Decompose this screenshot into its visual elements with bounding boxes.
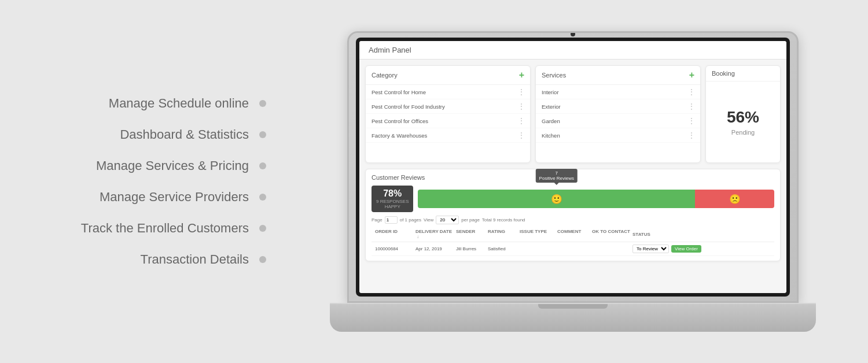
col-header-delivery: DELIVERY DATE ↓	[415, 229, 456, 239]
booking-card-header: Booking	[706, 66, 780, 82]
service-item-menu-icon[interactable]: ⋮	[688, 131, 694, 139]
feature-item-track-customers: Track the Enrolled Customers	[23, 221, 266, 236]
service-item-menu-icon[interactable]: ⋮	[688, 88, 694, 96]
category-item-menu-icon[interactable]: ⋮	[518, 102, 524, 110]
reviews-stats-box: 78% 9 RESPONSES HAPPY	[372, 186, 413, 212]
category-card: Category + Pest Control for Home ⋮ Pest …	[365, 65, 531, 163]
table-row: 100000684 Apr 12, 2019 Jill Burres Satis…	[372, 242, 774, 256]
service-item: Exterior ⋮	[536, 99, 700, 114]
laptop-base	[330, 303, 816, 332]
category-add-button[interactable]: +	[519, 70, 524, 80]
tooltip-label: Positive Reviews	[539, 176, 574, 181]
col-header-issue: ISSUE TYPE	[520, 229, 557, 239]
feature-label: Transaction Details	[141, 252, 249, 267]
category-item-menu-icon[interactable]: ⋮	[518, 88, 524, 96]
cell-sender: Jill Burres	[456, 246, 488, 251]
col-header-order-id: ORDER ID	[375, 229, 415, 239]
category-item-label: Pest Control for Home	[372, 89, 426, 95]
laptop-wrapper: Admin Panel Category +	[278, 25, 868, 338]
feature-label: Track the Enrolled Customers	[81, 221, 249, 236]
booking-percent: 56%	[727, 108, 759, 127]
services-title: Services	[542, 72, 566, 79]
admin-header: Admin Panel	[359, 41, 786, 60]
feature-dot	[259, 225, 266, 232]
reviews-responses: 9 RESPONSES	[376, 199, 409, 204]
category-item-menu-icon[interactable]: ⋮	[518, 117, 524, 125]
laptop-camera	[571, 32, 575, 36]
cell-delivery-date: Apr 12, 2019	[415, 246, 456, 251]
view-order-button[interactable]: View Order	[671, 245, 701, 253]
sort-icon[interactable]: ↓	[417, 234, 419, 239]
feature-dot	[259, 162, 266, 169]
reviews-bar: 🙂 7 Positive Reviews 🙁	[418, 190, 774, 208]
admin-panel: Admin Panel Category +	[359, 41, 786, 293]
service-item-label: Garden	[542, 118, 560, 124]
col-header-sender: SENDER	[456, 229, 488, 239]
category-title: Category	[372, 72, 398, 79]
cell-status: To Review View Order	[632, 245, 771, 253]
unhappy-face-icon: 🙁	[729, 194, 741, 205]
reviews-happy-label: HAPPY	[376, 204, 409, 209]
status-dropdown[interactable]: To Review	[632, 245, 669, 253]
service-item: Interior ⋮	[536, 85, 700, 99]
per-page-select[interactable]: 20 50 100	[436, 216, 459, 224]
feature-dot	[259, 256, 266, 263]
laptop-body: Admin Panel Category +	[347, 31, 799, 303]
laptop-screen: Admin Panel Category +	[359, 41, 786, 293]
booking-card: Booking 56% Pending	[705, 65, 781, 163]
booking-status-label: Pending	[731, 129, 755, 136]
feature-label: Manage Service Providers	[100, 190, 249, 205]
service-item: Kitchen ⋮	[536, 128, 700, 143]
feature-dot	[259, 100, 266, 107]
positive-reviews-tooltip: 7 Positive Reviews	[536, 169, 578, 183]
table-header: ORDER ID DELIVERY DATE ↓ SENDER RATING I…	[372, 227, 774, 242]
col-header-rating: RATING	[488, 229, 520, 239]
bar-red: 🙁	[695, 190, 774, 208]
feature-item-manage-schedule: Manage Schedule online	[23, 96, 266, 111]
feature-label: Manage Schedule online	[109, 96, 249, 111]
reviews-percent: 78%	[376, 188, 409, 199]
per-page-label: per page	[461, 217, 480, 223]
col-header-status: STATUS	[632, 229, 771, 239]
cell-order-id: 100000684	[375, 246, 415, 251]
feature-list: Manage Schedule online Dashboard & Stati…	[0, 73, 278, 290]
admin-content: Category + Pest Control for Home ⋮ Pest …	[359, 60, 786, 267]
bar-green: 🙂 7 Positive Reviews	[418, 190, 695, 208]
reviews-bar-row: 78% 9 RESPONSES HAPPY 🙂	[372, 186, 774, 212]
pagination-row: Page of 1 pages View 20 50 100	[372, 216, 774, 224]
feature-dot	[259, 131, 266, 138]
category-item: Factory & Warehouses ⋮	[366, 128, 530, 143]
laptop-screen-bezel: Admin Panel Category +	[356, 38, 790, 297]
category-item: Pest Control for Food Industry ⋮	[366, 99, 530, 114]
category-item-label: Pest Control for Food Industry	[372, 103, 445, 110]
feature-label: Manage Services & Pricing	[96, 158, 249, 173]
service-item-label: Interior	[542, 89, 559, 95]
booking-card-content: 56% Pending	[706, 82, 780, 162]
category-item-label: Factory & Warehouses	[372, 132, 427, 139]
booking-title: Booking	[712, 70, 735, 77]
services-card-header: Services +	[536, 66, 700, 85]
cell-rating: Satisfied	[488, 246, 520, 251]
feature-label: Dashboard & Statistics	[120, 127, 249, 142]
feature-item-manage-services: Manage Services & Pricing	[23, 158, 266, 173]
view-label: View	[424, 217, 433, 223]
services-card: Services + Interior ⋮ Exterior	[535, 65, 701, 163]
reviews-section: Customer Reviews 78% 9 RESPONSES HAPPY	[365, 169, 781, 261]
category-card-header: Category +	[366, 66, 530, 85]
service-item-label: Kitchen	[542, 132, 560, 139]
service-item-menu-icon[interactable]: ⋮	[688, 117, 694, 125]
services-add-button[interactable]: +	[689, 70, 694, 80]
page-label: Page	[372, 217, 382, 223]
category-item: Pest Control for Home ⋮	[366, 85, 530, 99]
service-item-menu-icon[interactable]: ⋮	[688, 102, 694, 110]
col-header-contact: OK TO CONTACT	[592, 229, 632, 239]
category-item: Pest Control for Offices ⋮	[366, 114, 530, 128]
feature-item-manage-providers: Manage Service Providers	[23, 190, 266, 205]
of-pages-label: of 1 pages	[400, 217, 421, 223]
category-item-label: Pest Control for Offices	[372, 118, 428, 124]
laptop: Admin Panel Category +	[347, 31, 799, 332]
page-number-input[interactable]	[385, 216, 398, 224]
service-item-label: Exterior	[542, 103, 561, 110]
reviews-table: ORDER ID DELIVERY DATE ↓ SENDER RATING I…	[372, 227, 774, 256]
category-item-menu-icon[interactable]: ⋮	[518, 131, 524, 139]
